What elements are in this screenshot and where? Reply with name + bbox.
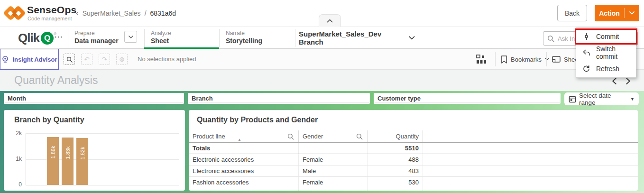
undo-selection-button[interactable]: ↶ xyxy=(81,54,92,65)
table-row[interactable]: Electronic accessoriesFemale488 xyxy=(189,154,638,165)
breadcrumb-back-icon[interactable]: ‹ xyxy=(76,9,79,17)
tab-analyze[interactable]: Analyze Sheet xyxy=(144,27,219,49)
filter-customer-type[interactable]: Customer type xyxy=(374,93,561,104)
qlik-q-icon: Q xyxy=(41,32,54,45)
sort-ascending-icon: ▲ xyxy=(238,138,241,142)
action-dropdown-toggle[interactable] xyxy=(625,11,639,15)
menu-item-label: Commit xyxy=(596,33,619,40)
column-search-icon[interactable] xyxy=(356,133,363,140)
redo-selection-button[interactable]: ↷ xyxy=(99,54,110,65)
date-range-picker[interactable]: Select date range ▼ xyxy=(564,92,639,105)
collapse-toolbar-tab[interactable] xyxy=(319,14,341,27)
column-search-icon[interactable] xyxy=(287,133,294,140)
dropdown-triangle-icon: ▼ xyxy=(630,97,635,101)
table-cell xyxy=(368,188,423,191)
bar-0[interactable]: 1.86k xyxy=(47,137,59,185)
table-cell: 488 xyxy=(368,154,423,165)
table-cell xyxy=(423,143,638,154)
menu-item-commit[interactable]: Commit xyxy=(576,28,636,45)
qlik-toolbar: Qlik Q ® ⋯ Prepare Data manager Analyze … xyxy=(0,27,644,49)
table-cell: Electronic accessories xyxy=(189,165,299,176)
table-row[interactable]: Electronic accessoriesMale483 xyxy=(189,165,638,177)
table-body: Totals5510Electronic accessoriesFemale48… xyxy=(189,143,638,191)
bar-value-label: 1.86k xyxy=(50,146,56,159)
table-cell: Fashion accessories xyxy=(189,177,299,188)
insight-advisor-label: Insight Advisor xyxy=(12,56,57,63)
breadcrumb-commit-id: 6831a6d xyxy=(150,9,176,17)
action-button[interactable]: Action xyxy=(595,5,639,21)
filter-branch[interactable]: Branch xyxy=(188,93,370,104)
branch-name: SuperMarket_Sales_Dev Branch xyxy=(299,30,404,46)
data-manager-dropdown-button[interactable] xyxy=(124,31,137,43)
menu-item-refresh[interactable]: Refresh xyxy=(576,61,636,77)
next-sheet-button[interactable] xyxy=(623,77,633,85)
table-cell: 5510 xyxy=(368,143,423,154)
bar-plot: 1.86k1.83k1.82k xyxy=(26,133,179,185)
table-cell: Totals xyxy=(189,143,299,154)
brand-name: SenseOps xyxy=(27,4,76,16)
filter-label: Branch xyxy=(188,93,370,102)
bar-value-label: 1.83k xyxy=(65,147,71,159)
table-cell xyxy=(423,188,638,191)
back-button[interactable]: Back xyxy=(557,5,587,21)
switch-commit-icon xyxy=(583,49,590,56)
bookmarks-label: Bookmarks xyxy=(511,56,542,63)
table-cell xyxy=(423,165,638,176)
selections-status: No selections applied xyxy=(138,55,196,63)
sheets-button[interactable]: Shee xyxy=(552,49,578,70)
pivot-table-card: Quantity by Products and Gender Product … xyxy=(189,110,638,191)
insight-advisor-button[interactable]: Insight Advisor xyxy=(0,49,59,70)
refresh-icon xyxy=(583,65,590,73)
y-axis-tick: 2k xyxy=(5,130,22,137)
table-header-row: Product line ▲ Gender Quantity xyxy=(189,130,638,143)
qlik-logo-text: Qlik xyxy=(18,31,39,46)
senseops-logo-icon xyxy=(5,6,26,20)
tab-page-label: Storytelling xyxy=(226,37,295,45)
table-cell: Fashion accessories xyxy=(189,188,299,191)
bar-1[interactable]: 1.83k xyxy=(62,138,74,185)
column-header-quantity[interactable]: Quantity xyxy=(368,130,423,142)
bookmarks-button[interactable]: Bookmarks xyxy=(501,49,549,70)
action-dropdown-menu: Commit Switch commit Refresh xyxy=(576,28,636,78)
sheet-title-bar: Quantity Analysis xyxy=(0,70,644,91)
gridline xyxy=(26,185,179,185)
app-objects-button[interactable] xyxy=(476,49,487,70)
table-cell: 483 xyxy=(368,165,423,176)
smart-search-button[interactable] xyxy=(64,54,75,65)
menu-item-label: Switch commit xyxy=(596,45,636,60)
sheet-canvas: Month Branch Customer type Select date r… xyxy=(0,91,644,193)
tab-section-label: Analyze xyxy=(151,30,219,37)
search-selections-icon xyxy=(66,56,73,63)
menu-item-switch-commit[interactable]: Switch commit xyxy=(576,45,636,61)
more-options-button[interactable]: ⋯ xyxy=(54,31,64,42)
bar-2[interactable]: 1.82k xyxy=(76,138,88,185)
git-commit-icon xyxy=(583,33,590,40)
tab-section-label: Narrate xyxy=(226,30,295,37)
previous-sheet-button[interactable] xyxy=(609,77,619,85)
tab-prepare[interactable]: Prepare Data manager xyxy=(68,27,144,49)
table-cell: Electronic accessories xyxy=(189,154,299,165)
breadcrumb-app-name[interactable]: SuperMarket_Sales xyxy=(83,9,141,17)
date-range-label: Select date range xyxy=(579,92,627,106)
column-header-gender[interactable]: Gender xyxy=(299,130,368,142)
tab-narrate[interactable]: Narrate Storytelling xyxy=(219,27,295,49)
toolbar-divider xyxy=(295,29,295,47)
selections-bar-divider xyxy=(495,52,496,66)
filter-label: Customer type xyxy=(374,93,561,102)
table-row-clipped[interactable]: Fashion accessoriesMale xyxy=(189,188,638,191)
table-cell xyxy=(423,154,638,165)
column-header-label: Gender xyxy=(303,130,356,142)
chart-title: Branch by Quantity xyxy=(14,116,84,124)
sheet-icon xyxy=(552,55,561,63)
table-row[interactable]: Fashion accessoriesFemale530 xyxy=(189,177,638,188)
action-button-label[interactable]: Action xyxy=(595,9,624,17)
column-header-product-line[interactable]: Product line ▲ xyxy=(189,130,299,142)
table-cell: Female xyxy=(299,154,368,165)
filter-month[interactable]: Month xyxy=(4,93,184,104)
table-row-totals[interactable]: Totals5510 xyxy=(189,143,638,154)
filter-label: Month xyxy=(4,93,184,102)
clear-selections-button[interactable]: ⊗ xyxy=(116,54,128,65)
grid-icon xyxy=(476,55,487,64)
table-title: Quantity by Products and Gender xyxy=(197,116,318,124)
branch-selector[interactable]: SuperMarket_Sales_Dev Branch xyxy=(299,27,415,49)
